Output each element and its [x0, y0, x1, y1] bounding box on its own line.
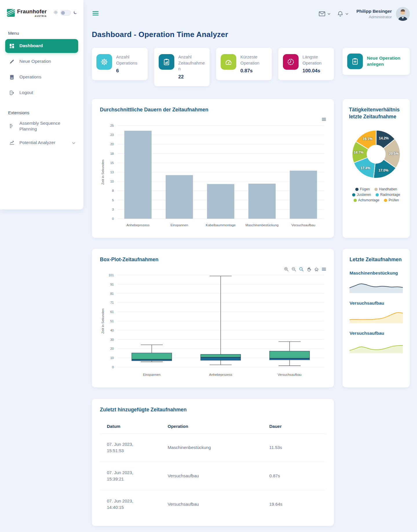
svg-text:Einspannen: Einspannen [171, 223, 188, 227]
svg-text:17.0%: 17.0% [378, 168, 388, 172]
svg-text:30: 30 [110, 338, 114, 341]
svg-text:15: 15 [110, 161, 114, 164]
donut-chart-title: Tätigkeitenverhältnis letzte Zeitaufnahm… [349, 106, 403, 120]
zoom-in-tool-icon[interactable] [284, 267, 289, 272]
logo: Fraunhofer AUSTRIA [0, 9, 83, 17]
sidebar-ext-assembly-sequence-planning[interactable]: Assembly Sequence Planning [5, 119, 78, 134]
extensions-nav: Assembly Sequence PlanningPotential Anal… [0, 119, 83, 150]
zoom-select-tool-icon[interactable] [299, 267, 304, 272]
legend-dot [376, 193, 379, 196]
legend-label: Prüfen [389, 198, 399, 202]
sidebar-ext-potential-analyzer[interactable]: Potential Analyzer [5, 136, 78, 150]
bar-chart-toolbar [321, 117, 326, 122]
legend-item-handhaben[interactable]: Handhaben [374, 187, 397, 191]
legend-label: Justieren [357, 193, 371, 197]
recent-table-card: Zuletzt hinzugefügte Zeitaufnahmen Datum… [92, 399, 334, 526]
cell-dauer: 11.53s [269, 433, 326, 462]
legend-item-radmontage[interactable]: Radmontage [376, 193, 400, 197]
clipboard-plus-icon [347, 54, 363, 69]
svg-text:0: 0 [112, 365, 114, 369]
svg-text:18: 18 [110, 152, 114, 155]
nav-item-label: Dashboard [19, 43, 43, 49]
svg-text:14.2%: 14.2% [379, 137, 389, 141]
cell-operation: Versuchsaufbau [168, 490, 269, 518]
stat-card-anzahl-zeitaufnahmen: Anzahl Zeitaufnahmen22 [154, 48, 210, 86]
svg-text:17.4%: 17.4% [361, 166, 370, 170]
sparkline-label: Versuchsaufbau [350, 301, 403, 306]
menu-toggle-icon[interactable] [92, 10, 99, 18]
cell-datum: 07. Jun 2023,15:39:21 [100, 462, 168, 490]
table-header-datum: Datum [100, 419, 168, 434]
avatar[interactable] [396, 7, 410, 21]
sidebar-item-neue-operation[interactable]: Neue Operation [5, 55, 78, 69]
sidebar-item-dashboard[interactable]: Dashboard [5, 39, 78, 53]
legend-dot [352, 193, 355, 196]
cell-datum: 07. Jun 2023,15:51:53 [100, 433, 168, 462]
bar-chart-title: Durchschnittliche Dauern der Zeitaufnahm… [100, 106, 326, 113]
new-operation-card-button[interactable]: Neue Operation anlegen [343, 48, 410, 75]
donut-chart: 14.2%20.5%17.0%17.4%14.7%16.1% [349, 125, 403, 184]
svg-text:Kabelbaummontage: Kabelbaummontage [206, 223, 236, 227]
legend-label: Achsmontage [358, 198, 379, 202]
user-role: Administrator [356, 15, 392, 19]
sparkline-chart [350, 339, 403, 353]
home-tool-icon[interactable] [314, 267, 319, 272]
stat-cards: Anzahl Operations6Anzahl Zeitaufnahmen22… [92, 48, 334, 86]
svg-text:20: 20 [110, 347, 114, 351]
logout-icon [9, 90, 15, 96]
page-title: Dashboard - Operation Time Analyzer [92, 30, 410, 39]
stat-cards-row: Anzahl Operations6Anzahl Zeitaufnahmen22… [92, 48, 410, 86]
svg-text:Zeit in Sekunden: Zeit in Sekunden [101, 160, 105, 185]
nav-item-label: Neue Operation [19, 58, 51, 65]
mail-icon [318, 10, 326, 18]
legend-item-justieren[interactable]: Justieren [352, 193, 371, 197]
svg-text:14.7%: 14.7% [354, 151, 363, 155]
legend-label: Handhaben [379, 187, 397, 191]
zoom-out-tool-icon[interactable] [291, 267, 296, 272]
caret-down-icon [345, 13, 348, 15]
extensions-section-label: Extensions [8, 110, 83, 115]
sidebar-item-logout[interactable]: Logout [5, 86, 78, 100]
theme-switch[interactable] [60, 10, 71, 16]
nav-item-label: Potential Analyzer [19, 140, 55, 146]
svg-text:101: 101 [109, 273, 114, 277]
pan-tool-icon[interactable] [306, 267, 311, 272]
svg-text:16.1%: 16.1% [363, 137, 372, 141]
main-content: Philipp Besinger Administrator Dashboard… [92, 0, 410, 532]
legend-item-achsmontage[interactable]: Achsmontage [354, 198, 379, 202]
legend-item-pr-fen[interactable]: Prüfen [384, 198, 399, 202]
svg-text:10: 10 [110, 180, 114, 183]
messages-dropdown[interactable] [318, 10, 330, 18]
notifications-dropdown[interactable] [337, 10, 348, 17]
moon-icon [73, 10, 78, 16]
svg-text:91: 91 [110, 283, 114, 286]
sparkline-item-maschinenbest-ckung-0: Maschinenbestückung [350, 270, 403, 293]
svg-text:20: 20 [110, 142, 114, 146]
main-nav: DashboardNeue OperationOperationsLogout [0, 39, 83, 100]
svg-text:Anhebeprozess: Anhebeprozess [209, 373, 232, 376]
menu-tool-icon[interactable] [321, 267, 326, 272]
fraunhofer-logo-icon [7, 9, 15, 17]
bar-chart-card: Durchschnittliche Dauern der Zeitaufnahm… [92, 99, 334, 238]
box-plot-chart: 0102030405161718191101EinspannenAnhebepr… [100, 271, 326, 380]
bar-chart: 035810131518202325AnhebeprozessEinspanne… [100, 122, 326, 230]
sidebar-item-operations[interactable]: Operations [5, 70, 78, 84]
sun-icon [53, 10, 58, 16]
legend-label: Radmontage [380, 193, 400, 197]
table-header-operation: Operation [168, 419, 269, 434]
recent-recordings-table: DatumOperationDauer 07. Jun 2023,15:51:5… [100, 419, 326, 518]
chevron-down-icon [72, 140, 75, 145]
user-block[interactable]: Philipp Besinger Administrator [356, 9, 392, 19]
legend-item-f-gen[interactable]: Fügen [355, 187, 370, 191]
sidebar: Fraunhofer AUSTRIA Menu DashboardNeue Op… [0, 0, 83, 209]
svg-text:Einspannen: Einspannen [143, 373, 161, 376]
cell-dauer: 19.64s [269, 490, 326, 518]
user-name: Philipp Besinger [356, 9, 392, 14]
svg-text:Anhebeprozess: Anhebeprozess [126, 223, 149, 227]
topbar: Philipp Besinger Administrator [92, 0, 410, 21]
table-row: 07. Jun 2023,14:40:15Versuchsaufbau19.64… [100, 490, 326, 518]
menu-tool-icon[interactable] [321, 117, 326, 122]
svg-text:71: 71 [110, 301, 114, 305]
theme-toggle [53, 10, 78, 16]
svg-text:0: 0 [112, 217, 114, 220]
